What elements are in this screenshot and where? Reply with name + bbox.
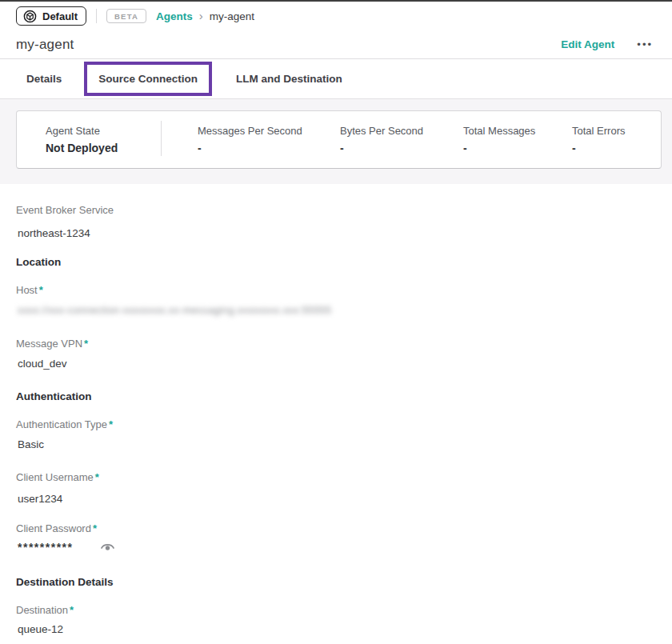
destination-label: Destination*: [16, 604, 656, 617]
host-label: Host*: [16, 284, 656, 297]
tab-details[interactable]: Details: [14, 59, 74, 98]
client-username-label: Client Username*: [16, 471, 656, 484]
stat-value: -: [463, 142, 535, 154]
stat-label: Messages Per Second: [198, 125, 302, 137]
section-destination-details: Destination Details: [16, 576, 656, 589]
required-asterisk: *: [39, 284, 43, 296]
required-asterisk: *: [84, 338, 88, 350]
host-value-redacted: xxxx://xxx-connection-xxxxxxxx.xx-messag…: [16, 304, 656, 317]
agent-detail-page: Default BETA Agents › my-agent my-agent …: [0, 0, 672, 644]
stats-band: Agent State Not Deployed Messages Per Se…: [0, 99, 672, 184]
client-password-row: **********: [16, 539, 656, 554]
required-asterisk: *: [95, 471, 99, 483]
stat-total-messages: Total Messages -: [463, 125, 535, 154]
stat-agent-state: Agent State Not Deployed: [46, 125, 118, 154]
workspace-selector-button[interactable]: Default: [16, 6, 86, 26]
client-password-label: Client Password*: [16, 522, 656, 535]
stat-label: Agent State: [46, 125, 118, 137]
stat-bytes-per-second: Bytes Per Second -: [340, 125, 423, 154]
event-broker-service-value: northeast-1234: [16, 227, 656, 240]
authentication-type-value: Basic: [16, 438, 656, 451]
breadcrumb-current: my-agent: [210, 10, 254, 22]
stat-label: Total Errors: [572, 125, 625, 137]
more-options-icon[interactable]: •••: [635, 36, 654, 53]
authentication-type-label: Authentication Type*: [16, 418, 656, 431]
stat-label: Total Messages: [463, 125, 535, 137]
top-bar: Default BETA Agents › my-agent: [0, 2, 672, 30]
breadcrumb: Agents › my-agent: [156, 10, 254, 22]
annotation-highlight-box: Source Connection: [84, 62, 212, 96]
beta-badge: BETA: [106, 9, 146, 23]
tab-llm-and-destination[interactable]: LLM and Destination: [223, 59, 355, 98]
message-vpn-value: cloud_dev: [16, 358, 656, 370]
stat-value: -: [340, 142, 423, 154]
tab-source-connection[interactable]: Source Connection: [87, 65, 209, 93]
stat-messages-per-second: Messages Per Second -: [198, 125, 302, 154]
required-asterisk: *: [109, 418, 113, 430]
stat-value: -: [572, 142, 625, 154]
redacted-text: xxxx://xxx-connection-xxxxxxxx.xx-messag…: [18, 305, 331, 316]
source-connection-form: Event Broker Service northeast-1234 Loca…: [0, 184, 672, 636]
cube-icon: [23, 10, 37, 23]
stat-value: -: [198, 142, 302, 154]
edit-agent-button[interactable]: Edit Agent: [561, 38, 614, 50]
client-password-masked-value: **********: [16, 541, 73, 554]
agent-stats-card: Agent State Not Deployed Messages Per Se…: [16, 110, 662, 169]
stat-label: Bytes Per Second: [340, 125, 423, 137]
section-location: Location: [16, 256, 656, 269]
stat-total-errors: Total Errors -: [572, 125, 625, 154]
show-password-button[interactable]: [98, 539, 117, 554]
page-title: my-agent: [16, 37, 74, 53]
eye-icon: [100, 543, 115, 555]
chevron-right-icon: ›: [199, 10, 203, 22]
topbar-divider: [96, 9, 97, 23]
section-authentication: Authentication: [16, 390, 656, 403]
stat-value: Not Deployed: [46, 142, 118, 154]
required-asterisk: *: [93, 522, 97, 534]
stats-divider: [161, 121, 162, 156]
workspace-name: Default: [42, 10, 78, 22]
tab-bar: Details Source Connection LLM and Destin…: [0, 59, 672, 99]
event-broker-service-label: Event Broker Service: [16, 204, 656, 217]
destination-value: queue-12: [16, 623, 656, 636]
breadcrumb-agents-link[interactable]: Agents: [156, 10, 193, 22]
message-vpn-label: Message VPN*: [16, 338, 656, 350]
page-header: my-agent Edit Agent •••: [0, 30, 672, 58]
required-asterisk: *: [70, 604, 74, 616]
client-username-value: user1234: [16, 493, 656, 506]
